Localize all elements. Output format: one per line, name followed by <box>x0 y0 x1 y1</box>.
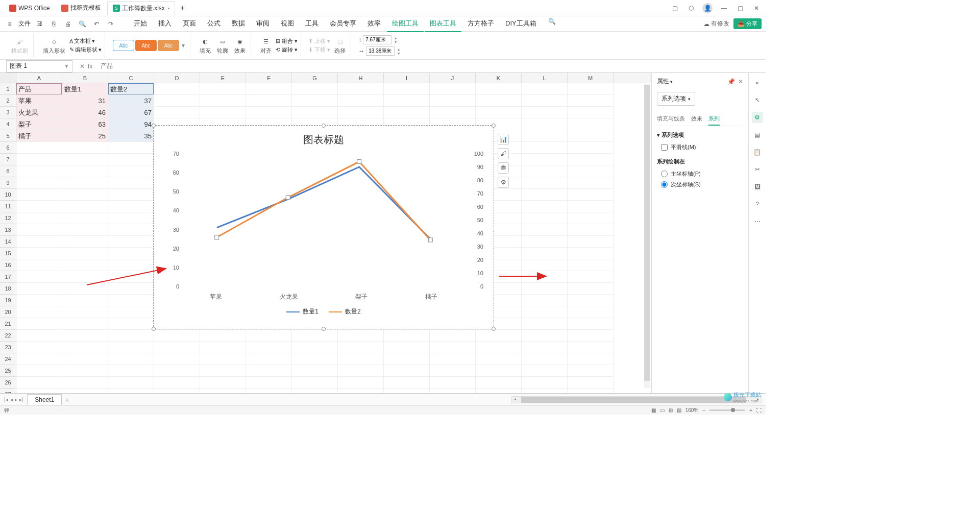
view-read-icon[interactable]: ▤ <box>677 407 681 413</box>
cell[interactable] <box>16 212 62 224</box>
cell[interactable] <box>108 201 154 212</box>
zoom-out-icon[interactable]: − <box>702 407 705 413</box>
cell[interactable] <box>476 107 522 118</box>
row-header[interactable]: 2 <box>0 95 16 107</box>
cell[interactable] <box>108 377 154 389</box>
cell[interactable] <box>200 342 246 353</box>
cell[interactable] <box>384 377 430 389</box>
avatar-icon[interactable]: 👤 <box>702 3 713 13</box>
spin-up-icon[interactable]: ▲ <box>396 47 401 51</box>
tab-data[interactable]: 数据 <box>227 16 250 32</box>
cell[interactable] <box>108 236 154 248</box>
cell[interactable] <box>16 259 62 271</box>
cursor-rail-icon[interactable]: ↖ <box>752 94 763 106</box>
row-header[interactable]: 10 <box>0 189 16 201</box>
hamburger-icon[interactable]: ≡ <box>4 18 15 30</box>
cell[interactable] <box>568 365 614 377</box>
cell[interactable] <box>16 271 62 283</box>
cell[interactable] <box>246 83 292 95</box>
cell[interactable] <box>16 365 62 377</box>
cell[interactable] <box>430 365 476 377</box>
tab-view[interactable]: 视图 <box>276 16 299 32</box>
cell[interactable] <box>384 353 430 365</box>
cell[interactable] <box>154 353 200 365</box>
tab-chart-tools[interactable]: 图表工具 <box>425 16 461 32</box>
maximize-icon[interactable]: ▢ <box>735 3 745 13</box>
cell[interactable] <box>476 377 522 389</box>
zoom-value[interactable]: 160% <box>685 407 699 413</box>
tab-review[interactable]: 审阅 <box>251 16 275 32</box>
cell[interactable] <box>62 377 108 389</box>
cell[interactable] <box>522 283 568 295</box>
tab-diy[interactable]: DIY工具箱 <box>500 16 542 32</box>
cell[interactable] <box>568 212 614 224</box>
cell[interactable] <box>568 318 614 330</box>
cell[interactable]: 苹果 <box>16 95 62 107</box>
col-header[interactable]: C <box>108 73 154 83</box>
cell[interactable] <box>292 377 338 389</box>
row-header[interactable]: 13 <box>0 224 16 236</box>
cell[interactable] <box>246 342 292 353</box>
tab-member[interactable]: 会员专享 <box>325 16 361 32</box>
vertical-scrollbar[interactable] <box>644 84 650 388</box>
cell[interactable] <box>16 377 62 389</box>
cell[interactable] <box>522 318 568 330</box>
resize-handle[interactable] <box>152 327 156 331</box>
cell[interactable] <box>292 365 338 377</box>
row-header[interactable]: 20 <box>0 306 16 318</box>
cell[interactable] <box>62 306 108 318</box>
cell[interactable] <box>62 212 108 224</box>
cell[interactable] <box>16 224 62 236</box>
pin-icon[interactable]: 📌 <box>727 78 735 85</box>
outline-button[interactable]: ▭轮廓 <box>215 36 230 56</box>
cell[interactable] <box>568 130 614 142</box>
cell[interactable] <box>384 83 430 95</box>
cell[interactable] <box>154 330 200 342</box>
cell[interactable] <box>568 95 614 107</box>
cell[interactable] <box>338 83 384 95</box>
row-header[interactable]: 3 <box>0 107 16 118</box>
cell[interactable] <box>62 283 108 295</box>
chart-settings-icon[interactable]: ⚙ <box>498 177 509 188</box>
row-header[interactable]: 17 <box>0 271 16 283</box>
cell[interactable] <box>338 365 384 377</box>
cell[interactable] <box>108 189 154 201</box>
shape-preset-3[interactable]: Abc <box>158 40 179 51</box>
cell[interactable] <box>522 330 568 342</box>
window-secondary-icon[interactable]: ▢ <box>670 3 680 13</box>
cell[interactable] <box>154 95 200 107</box>
cell[interactable]: 94 <box>108 118 154 130</box>
col-header[interactable]: M <box>568 73 614 83</box>
cell[interactable] <box>568 177 614 189</box>
preset-dropdown-icon[interactable]: ▾ <box>180 39 187 52</box>
row-header[interactable]: 5 <box>0 130 16 142</box>
cell[interactable] <box>568 224 614 236</box>
cell[interactable] <box>108 177 154 189</box>
zoom-in-icon[interactable]: + <box>749 407 752 413</box>
row-header[interactable]: 26 <box>0 377 16 389</box>
cell[interactable] <box>16 201 62 212</box>
resize-handle[interactable] <box>322 124 326 128</box>
cell[interactable] <box>62 342 108 353</box>
cell[interactable] <box>62 142 108 154</box>
cell[interactable] <box>568 248 614 259</box>
cell[interactable] <box>568 271 614 283</box>
row-header[interactable]: 4 <box>0 118 16 130</box>
app-tab-wps[interactable]: WPS Office <box>4 1 55 15</box>
sheet-tab[interactable]: Sheet1 <box>27 394 62 405</box>
cell[interactable] <box>338 330 384 342</box>
cell[interactable] <box>568 330 614 342</box>
page-rail-icon[interactable]: ▤ <box>752 129 763 140</box>
row-header[interactable]: 15 <box>0 248 16 259</box>
cell[interactable]: 35 <box>108 130 154 142</box>
spin-down-icon[interactable]: ▼ <box>396 51 401 55</box>
cell[interactable] <box>568 165 614 177</box>
cell[interactable]: 产品 <box>16 83 62 95</box>
cell[interactable] <box>246 95 292 107</box>
cell[interactable] <box>62 177 108 189</box>
cell[interactable] <box>522 142 568 154</box>
cell[interactable] <box>522 248 568 259</box>
cell[interactable] <box>16 342 62 353</box>
cell[interactable] <box>200 95 246 107</box>
cell[interactable] <box>62 318 108 330</box>
